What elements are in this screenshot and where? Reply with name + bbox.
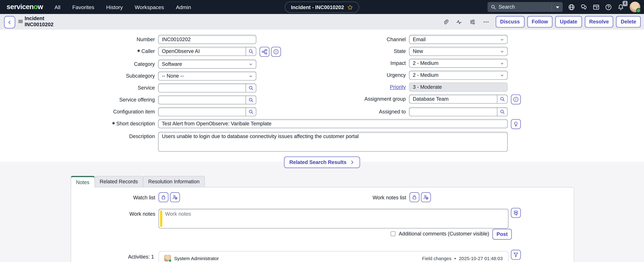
notes-tab-panel: Watch list Work notes list Work notes — [71, 187, 574, 262]
servicenow-logo[interactable]: servicenow — [6, 3, 43, 11]
chevron-left-icon — [7, 20, 12, 25]
assigned-to-label: Assigned to — [0, 107, 406, 116]
assigned-to-lookup-button[interactable] — [497, 108, 507, 116]
activity-timestamp: 2025-10-27 01:48:03 — [459, 256, 503, 261]
activity-filter-button[interactable] — [511, 250, 521, 260]
short-description-field[interactable]: Test Alert from OpenObserve: Varibale Te… — [158, 119, 508, 128]
nav-admin[interactable]: Admin — [176, 4, 191, 10]
back-button[interactable] — [4, 16, 15, 28]
field-row-assignment-group: Assignment group Database Team — [0, 95, 521, 104]
search-input[interactable]: Search — [498, 4, 515, 10]
chat-icon[interactable] — [580, 4, 587, 10]
work-notes-list-lock-button[interactable] — [410, 192, 419, 202]
context-pill[interactable]: Incident - INC0010202 — [285, 2, 359, 13]
activity-user: System Administrator — [174, 256, 219, 261]
tabbed-section: Notes Related Records Resolution Informa… — [0, 162, 644, 262]
toolbar-actions: Discuss Follow Update Resolve Delete — [438, 14, 641, 30]
header-right-cluster: Search 4 — [488, 0, 640, 14]
record-type: Incident — [25, 16, 54, 22]
activity-stream-button[interactable] — [511, 208, 521, 218]
impact-label: Impact — [0, 59, 406, 68]
required-marker: ✱ — [112, 121, 115, 125]
notification-badge: 4 — [622, 1, 628, 6]
person-add-icon — [423, 194, 429, 200]
state-select[interactable]: New — [409, 47, 508, 56]
form-right-column: Channel Email State New Impact 2 - Mediu… — [0, 35, 521, 119]
work-notes-list-add-person-button[interactable] — [421, 192, 431, 202]
state-label: State — [0, 47, 406, 56]
search-divider — [552, 3, 552, 11]
priority-link[interactable]: Priority — [390, 84, 406, 90]
field-row-priority: Priority 3 - Moderate — [0, 83, 521, 92]
tab-notes[interactable]: Notes — [71, 176, 95, 187]
filter-icon — [513, 252, 519, 258]
global-search[interactable]: Search — [488, 2, 563, 12]
nav-history[interactable]: History — [106, 4, 123, 10]
priority-value: 3 - Moderate — [413, 84, 442, 90]
update-button[interactable]: Update — [555, 16, 582, 28]
top-header: servicenow All Favorites History Workspa… — [0, 0, 644, 14]
tab-related-records[interactable]: Related Records — [94, 176, 143, 187]
work-notes-textarea[interactable]: Work notes — [158, 209, 508, 228]
more-actions-icon[interactable] — [483, 19, 489, 25]
field-row-short-description: ✱Short description Test Alert from OpenO… — [0, 119, 521, 129]
assignment-group-preview-button[interactable] — [511, 95, 521, 104]
assigned-to-field[interactable] — [409, 107, 508, 116]
record-number: INC0010202 — [25, 22, 54, 28]
activity-bullet: • — [454, 256, 456, 261]
activity-meta: Field changes • 2025-10-27 01:48:03 — [422, 256, 503, 261]
work-notes-label: Work notes — [71, 211, 155, 217]
chevron-right-icon — [350, 160, 355, 165]
activity-avatar — [164, 255, 171, 261]
paperclip-icon[interactable] — [442, 19, 448, 25]
logo-text: servicen — [6, 3, 34, 11]
search-scope-caret-icon[interactable] — [555, 6, 560, 9]
pulse-icon[interactable] — [456, 19, 462, 25]
globe-icon[interactable] — [568, 4, 575, 10]
description-field[interactable]: Users unable to login due to database co… — [158, 132, 508, 152]
work-notes-placeholder: Work notes — [165, 211, 191, 217]
related-search-results-label: Related Search Results — [289, 159, 346, 165]
servicenow-incident-page: servicenow All Favorites History Workspa… — [0, 0, 644, 262]
impact-select[interactable]: 2 - Medium — [409, 59, 508, 68]
discuss-button[interactable]: Discuss — [496, 16, 524, 28]
global-nav: All Favorites History Workspaces Admin — [54, 4, 191, 10]
delete-button[interactable]: Delete — [616, 16, 641, 28]
activity-stream-icon — [513, 210, 519, 216]
tab-resolution-information[interactable]: Resolution Information — [143, 176, 205, 187]
priority-field: 3 - Moderate — [409, 83, 508, 92]
resolve-button[interactable]: Resolve — [585, 16, 614, 28]
activities-label: Activities: 1 — [71, 254, 154, 260]
nav-all[interactable]: All — [54, 4, 60, 10]
search-icon — [491, 4, 496, 10]
assignment-group-lookup-button[interactable] — [497, 95, 507, 103]
post-button[interactable]: Post — [492, 229, 512, 239]
help-icon[interactable] — [605, 4, 612, 10]
related-search-results-button[interactable]: Related Search Results — [284, 157, 360, 168]
assignment-group-field[interactable]: Database Team — [409, 95, 508, 104]
star-icon[interactable] — [347, 4, 353, 10]
suggestion-button[interactable] — [511, 119, 521, 129]
nav-workspaces[interactable]: Workspaces — [135, 4, 164, 10]
urgency-select[interactable]: 2 - Medium — [409, 71, 508, 80]
search-icon — [500, 96, 505, 102]
impact-value: 2 - Medium — [413, 61, 438, 66]
sliders-icon[interactable] — [469, 19, 476, 25]
work-notes-list-label: Work notes list — [71, 195, 406, 201]
follow-button[interactable]: Follow — [527, 16, 552, 28]
chevron-down-icon — [500, 49, 504, 54]
short-description-value: Test Alert from OpenObserve: Varibale Te… — [162, 121, 272, 127]
additional-comments-checkbox[interactable] — [390, 231, 395, 236]
user-avatar[interactable] — [630, 2, 640, 12]
field-row-channel: Channel Email — [0, 35, 521, 44]
context-menu-icon[interactable] — [18, 19, 24, 24]
record-toolbar: Incident INC0010202 Discuss Follow Updat… — [0, 14, 644, 30]
notifications[interactable]: 4 — [617, 4, 624, 10]
additional-comments-row: Additional comments (Customer visible) — [71, 231, 489, 237]
window-cursor-icon[interactable] — [593, 4, 600, 10]
channel-select[interactable]: Email — [409, 35, 508, 44]
nav-favorites[interactable]: Favorites — [72, 4, 94, 10]
incident-form: Number INC0010202 ✱Caller OpenObserve AI… — [0, 30, 644, 162]
field-row-state: State New — [0, 47, 521, 56]
urgency-label: Urgency — [0, 71, 406, 80]
